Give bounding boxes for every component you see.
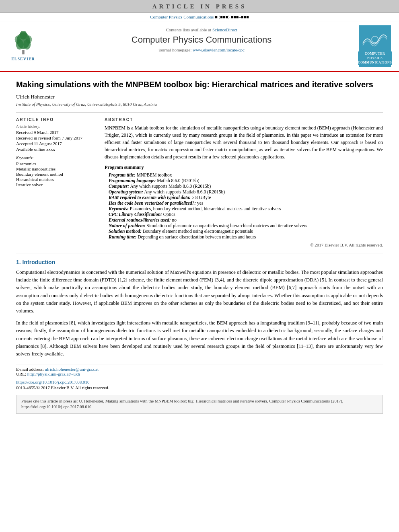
svg-rect-0 <box>22 50 25 54</box>
contents-line: Contents lists available at ScienceDirec… <box>44 27 359 32</box>
prog-row-1: Programming language: Matlab 8.6.0 (R201… <box>105 178 383 183</box>
main-content: Making simulations with the MNPBEM toolb… <box>0 72 399 418</box>
journal-title-header: Computer Physics Communications <box>44 35 359 45</box>
intro-para-1: Computational electrodynamics is concern… <box>16 269 383 315</box>
email-link[interactable]: ulrich.hohenester@uni-graz.at <box>45 367 99 372</box>
doi-link[interactable]: https://doi.org/10.1016/j.cpc.2017.08.01… <box>16 380 90 384</box>
url-label: URL: <box>16 372 26 376</box>
revised-date: Received in revised form 7 July 2017 <box>16 136 97 140</box>
doi-link-line: https://doi.org/10.1016/j.cpc.2017.08.01… <box>16 380 383 384</box>
prog-row-4: RAM required to execute with typical dat… <box>105 195 383 200</box>
abstract-label: ABSTRACT <box>105 117 383 122</box>
sciencedirect-link[interactable]: ScienceDirect <box>212 27 237 32</box>
homepage-line: journal homepage: www.elsevier.com/locat… <box>44 47 359 52</box>
elsevier-tree-icon <box>11 31 35 55</box>
email-label: E-mail address: <box>16 367 44 372</box>
elsevier-logo: ELSEVIER <box>8 25 44 67</box>
program-summary-title: Program summary <box>105 164 383 170</box>
prog-row-3: Operating system: Any which supports Mat… <box>105 189 383 194</box>
prog-row-7: CPC Library Classification: Optics <box>105 212 383 217</box>
author-name: Ulrich Hohenester <box>16 94 383 100</box>
keyword-2: Metallic nanoparticles <box>16 166 97 171</box>
keyword-5: Iterative solver <box>16 182 97 187</box>
prog-row-6: Keywords: Plasmonics, boundary element m… <box>105 206 383 211</box>
history-label: Article history: <box>16 124 97 129</box>
url-link[interactable]: http://physik.uni-graz.at/~uxh <box>27 372 80 376</box>
keyword-3: Boundary element method <box>16 172 97 177</box>
journal-header: ELSEVIER Contents lists available at Sci… <box>0 21 399 72</box>
section-divider <box>16 253 383 253</box>
keyword-4: Hierarchical matrices <box>16 177 97 182</box>
article-info-abstract: ARTICLE INFO Article history: Received 9… <box>16 112 383 247</box>
doi-area: https://doi.org/10.1016/j.cpc.2017.08.01… <box>16 380 383 390</box>
introduction-heading: 1. Introduction <box>16 259 383 265</box>
journal-logo-image <box>361 27 389 51</box>
prog-row-5: Has the code been vectorized or parallel… <box>105 201 383 205</box>
journal-logo-text: COMPUTER PHYSICS COMMUNICATIONS <box>358 51 392 65</box>
online-date: Available online xxxx <box>16 147 97 152</box>
url-line: URL: http://physik.uni-graz.at/~uxh <box>16 372 383 376</box>
prog-row-9: Nature of problem: Simulation of plasmon… <box>105 223 383 228</box>
aip-banner: ARTICLE IN PRESS <box>0 0 399 13</box>
prog-row-8: External routines/libraries used: no <box>105 218 383 222</box>
prog-row-0: Program title: MNPBEM toolbox <box>105 173 383 177</box>
prog-row-11: Running time: Depending on surface discr… <box>105 234 383 239</box>
svg-point-5 <box>26 35 32 43</box>
email-line: E-mail address: ulrich.hohenester@uni-gr… <box>16 367 383 372</box>
contact-footer: E-mail address: ulrich.hohenester@uni-gr… <box>16 364 383 376</box>
abstract-text: MNPBEM is a Matlab toolbox for the simul… <box>105 124 383 160</box>
citation-box: Please cite this article in press as: U.… <box>16 395 383 414</box>
journal-logo-box: COMPUTER PHYSICS COMMUNICATIONS <box>359 25 391 67</box>
elsevier-label: ELSEVIER <box>11 57 35 61</box>
abstract-col: ABSTRACT MNPBEM is a Matlab toolbox for … <box>105 117 383 247</box>
copyright: © 2017 Elsevier B.V. All rights reserved… <box>105 242 383 247</box>
intro-para-2: In the field of plasmonics [8], which in… <box>16 319 383 358</box>
journal-link-suffix: ■ (■■■) ■■■–■■■ <box>215 14 249 19</box>
journal-link-bar: Computer Physics Communications ■ (■■■) … <box>0 13 399 21</box>
keywords-label: Keywords: <box>16 156 97 160</box>
received-date: Received 9 March 2017 <box>16 130 97 135</box>
article-info-label: ARTICLE INFO <box>16 117 97 122</box>
article-title: Making simulations with the MNPBEM toolb… <box>16 79 383 90</box>
prog-row-2: Computer: Any which supports Matlab 8.6.… <box>105 184 383 189</box>
accepted-date: Accepted 11 August 2017 <box>16 141 97 146</box>
svg-point-4 <box>14 35 21 43</box>
svg-rect-7 <box>361 27 389 51</box>
keyword-1: Plasmonics <box>16 161 97 166</box>
prog-row-10: Solution method: Boundary element method… <box>105 229 383 234</box>
issn-line: 0010-4655/© 2017 Elsevier B.V. All right… <box>16 385 383 390</box>
article-info-col: ARTICLE INFO Article history: Received 9… <box>16 117 97 247</box>
affiliation: Institute of Physics, University of Graz… <box>16 102 383 107</box>
header-center: Contents lists available at ScienceDirec… <box>44 25 359 67</box>
homepage-link[interactable]: www.elsevier.com/locate/cpc <box>193 47 245 52</box>
journal-link[interactable]: Computer Physics Communications <box>150 14 215 19</box>
